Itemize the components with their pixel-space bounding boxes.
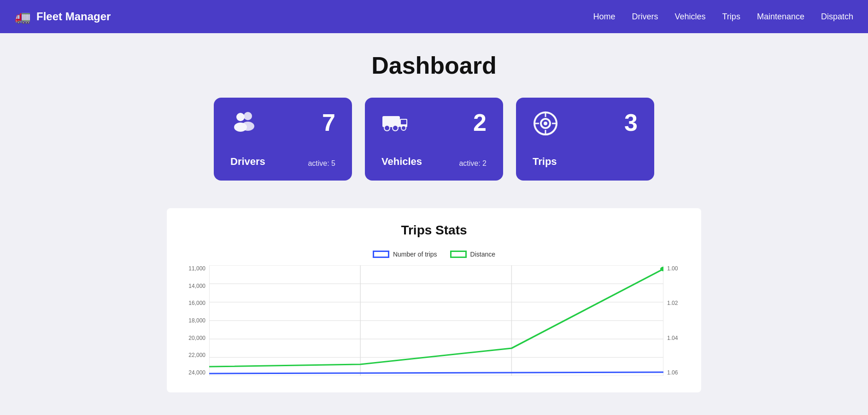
- cards-container: 7 Drivers active: 5: [167, 98, 701, 181]
- legend-box-green: [450, 251, 467, 258]
- legend-distance: Distance: [450, 251, 495, 258]
- svg-point-9: [401, 126, 406, 130]
- drivers-card-bottom: Drivers active: 5: [230, 156, 335, 168]
- svg-rect-4: [382, 116, 400, 127]
- main-content: Dashboard 7 Driv: [158, 33, 710, 411]
- drivers-card-top: 7: [230, 111, 335, 139]
- svg-point-0: [244, 112, 252, 120]
- svg-point-8: [393, 125, 398, 131]
- trips-count: 3: [624, 111, 638, 134]
- trips-stats-section: Trips Stats Number of trips Distance 24,…: [167, 208, 701, 392]
- brand[interactable]: 🚛 Fleet Manager: [15, 9, 111, 24]
- y-axis-right: 1.06 1.04 1.02 1.00: [663, 265, 686, 376]
- drivers-count: 7: [322, 111, 335, 134]
- drivers-label: Drivers: [230, 156, 265, 168]
- trips-card[interactable]: 3 Trips: [516, 98, 654, 181]
- legend-distance-label: Distance: [470, 251, 495, 258]
- nav-dispatch[interactable]: Dispatch: [821, 12, 853, 22]
- chart-container: 24,000 22,000 20,000 18,000 16,000 14,00…: [182, 265, 686, 378]
- legend-trips: Number of trips: [373, 251, 437, 258]
- trips-card-bottom: Trips: [533, 156, 638, 168]
- svg-rect-6: [401, 120, 406, 124]
- brand-name: Fleet Manager: [36, 10, 111, 23]
- vehicles-label: Vehicles: [381, 156, 422, 168]
- nav-trips[interactable]: Trips: [722, 12, 740, 22]
- vehicles-card[interactable]: 2 Vehicles active: 2: [365, 98, 503, 181]
- vehicles-card-top: 2: [381, 111, 487, 138]
- vehicles-icon: [381, 111, 409, 138]
- legend-trips-label: Number of trips: [393, 251, 437, 258]
- svg-point-2: [236, 113, 245, 121]
- trips-stats-title: Trips Stats: [182, 223, 686, 238]
- svg-point-7: [384, 125, 390, 131]
- nav-maintenance[interactable]: Maintenance: [757, 12, 804, 22]
- drivers-card[interactable]: 7 Drivers active: 5: [214, 98, 352, 181]
- vehicles-count: 2: [473, 111, 487, 134]
- legend-box-blue: [373, 251, 389, 258]
- trips-icon: [533, 111, 558, 142]
- y-axis-left: 24,000 22,000 20,000 18,000 16,000 14,00…: [182, 265, 209, 376]
- trips-label: Trips: [533, 156, 557, 168]
- page-title: Dashboard: [167, 52, 701, 79]
- drivers-icon: [230, 111, 258, 139]
- nav-drivers[interactable]: Drivers: [632, 12, 658, 22]
- vehicles-card-bottom: Vehicles active: 2: [381, 156, 487, 168]
- nav-vehicles[interactable]: Vehicles: [675, 12, 706, 22]
- chart-svg: [209, 265, 663, 378]
- nav-links: Home Drivers Vehicles Trips Maintenance …: [593, 12, 853, 22]
- truck-icon: 🚛: [15, 9, 31, 24]
- trips-card-top: 3: [533, 111, 638, 142]
- drivers-active: active: 5: [308, 159, 335, 168]
- chart-legend: Number of trips Distance: [182, 251, 686, 258]
- svg-point-3: [234, 123, 247, 132]
- nav-home[interactable]: Home: [593, 12, 615, 22]
- vehicles-active: active: 2: [459, 159, 487, 168]
- navbar: 🚛 Fleet Manager Home Drivers Vehicles Tr…: [0, 0, 868, 33]
- svg-point-12: [544, 122, 547, 125]
